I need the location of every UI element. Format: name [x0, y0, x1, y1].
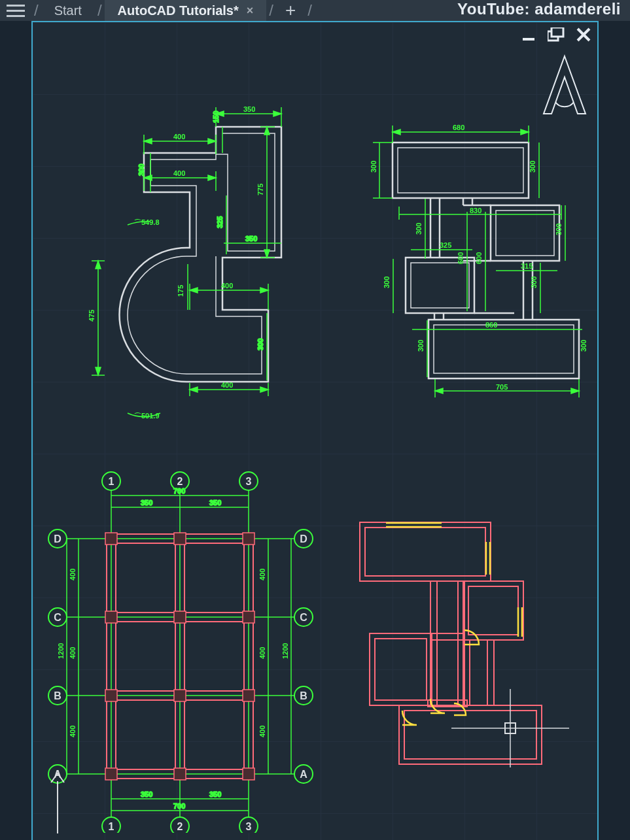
svg-rect-60 [174, 611, 186, 623]
close-button[interactable] [576, 27, 591, 42]
app-root: / Start / AutoCAD Tutorials* × / + / You… [0, 0, 630, 840]
cursor-crosshair [451, 689, 569, 767]
svg-marker-8 [208, 139, 216, 144]
dim-775: 775 [256, 184, 264, 195]
dim-325: 325 [440, 241, 451, 249]
grid-row-Ar: A [300, 769, 307, 780]
dim-400b: 400 [173, 169, 185, 177]
dim-325: 325 [216, 216, 224, 228]
svg-rect-84 [430, 633, 464, 640]
window-controls [521, 27, 591, 42]
dim-315: 315 [521, 262, 533, 270]
tab-divider: / [305, 1, 315, 20]
dim-400c: 400 [221, 282, 233, 290]
svg-rect-64 [243, 690, 254, 701]
dim-300f: 300 [530, 277, 538, 288]
dim-400c: 400 [69, 726, 77, 737]
tab-active[interactable]: AutoCAD Tutorials* × [105, 0, 267, 21]
dim-350b: 350 [245, 235, 257, 243]
dim-1200a: 1200 [57, 643, 65, 659]
dim-350c: 350 [141, 790, 152, 798]
dim-175: 175 [177, 285, 184, 297]
menu-button[interactable] [0, 0, 31, 21]
svg-rect-2 [551, 27, 563, 37]
dim-300b: 300 [256, 339, 264, 350]
grid-col-1: 1 [109, 476, 114, 487]
grid-row-B: B [54, 690, 61, 701]
svg-rect-20 [398, 148, 523, 193]
dim-680: 680 [453, 124, 464, 131]
dim-350a: 350 [141, 499, 152, 507]
dim-600a: 600 [457, 252, 464, 264]
svg-marker-17 [96, 261, 101, 269]
svg-marker-12 [264, 250, 270, 258]
svg-marker-15 [190, 387, 198, 392]
drawing-canvas[interactable]: 350 150 400 300 400 775 325 350 ⌒549.8 1… [31, 21, 599, 840]
svg-marker-40 [435, 388, 443, 394]
dim-350: 350 [243, 105, 255, 113]
drawing-top-left: 350 150 400 300 400 775 325 350 ⌒549.8 1… [59, 94, 301, 421]
grid-row-Cr: C [300, 612, 307, 623]
tab-bar: / Start / AutoCAD Tutorials* × / + / You… [0, 0, 630, 21]
svg-rect-57 [174, 533, 186, 545]
dim-300e: 300 [383, 277, 391, 288]
svg-rect-19 [393, 143, 529, 198]
svg-marker-11 [264, 127, 270, 135]
maximize-button[interactable] [548, 27, 565, 42]
svg-rect-62 [105, 690, 117, 701]
dim-475: 475 [88, 310, 96, 322]
menu-icon [7, 5, 25, 17]
minimize-button[interactable] [521, 27, 536, 42]
svg-rect-39 [434, 325, 574, 373]
dim-300c: 300 [555, 224, 563, 235]
dim-300d: 300 [415, 223, 423, 235]
svg-marker-16 [260, 387, 268, 392]
dim-400d: 400 [221, 381, 233, 389]
grid-row-C: C [54, 612, 61, 623]
tab-close-button[interactable]: × [247, 4, 254, 18]
dim-1200b: 1200 [281, 643, 289, 659]
svg-rect-63 [174, 690, 186, 701]
tab-divider: / [31, 1, 41, 20]
dim-700a: 700 [173, 487, 185, 495]
svg-rect-0 [523, 38, 534, 41]
branding-label: YouTube: adamdereli [457, 0, 621, 18]
grid-col-3b: 3 [246, 821, 252, 832]
tab-divider: / [266, 1, 276, 20]
grid-row-D: D [54, 533, 61, 545]
svg-rect-23 [406, 258, 474, 313]
svg-marker-10 [208, 175, 216, 180]
dim-350b: 350 [209, 499, 221, 507]
svg-rect-59 [105, 611, 117, 623]
dim-300b: 300 [529, 161, 536, 173]
svg-rect-56 [105, 533, 117, 545]
svg-rect-24 [411, 263, 469, 308]
grid-col-2: 2 [177, 476, 183, 487]
tab-add-button[interactable]: + [276, 0, 305, 21]
dim-860: 860 [485, 321, 497, 329]
svg-rect-65 [105, 768, 117, 780]
svg-marker-21 [393, 129, 400, 135]
svg-rect-38 [429, 320, 579, 378]
tab-divider: / [95, 1, 105, 20]
grid-col-1b: 1 [109, 821, 114, 832]
svg-marker-6 [273, 111, 281, 116]
grid-row-Br: B [300, 690, 307, 701]
svg-rect-66 [174, 768, 186, 780]
svg-rect-67 [243, 768, 254, 780]
dim-350d: 350 [209, 790, 221, 798]
dim-300a: 300 [370, 161, 377, 173]
dim-400a: 400 [173, 133, 185, 141]
svg-marker-18 [96, 367, 101, 375]
dim-705: 705 [496, 383, 508, 391]
grid-row-Dr: D [300, 533, 307, 545]
dim-400e: 400 [258, 647, 266, 659]
svg-rect-61 [243, 611, 254, 623]
svg-marker-13 [190, 288, 198, 293]
dim-300g: 300 [580, 340, 587, 352]
svg-marker-14 [260, 288, 268, 293]
grid-col-2b: 2 [177, 821, 183, 832]
svg-rect-26 [496, 210, 554, 256]
tab-start[interactable]: Start [41, 0, 95, 21]
drawing-top-right: 680 300 300 830 300 [327, 107, 589, 414]
